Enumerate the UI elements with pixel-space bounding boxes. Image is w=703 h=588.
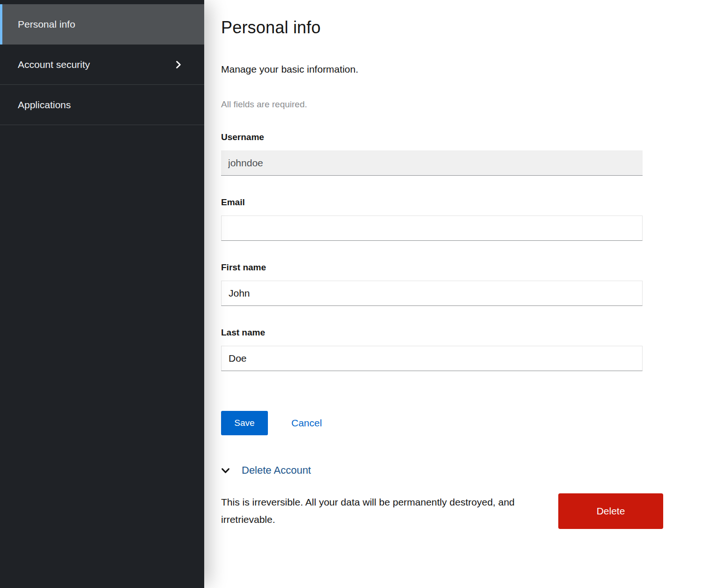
main-content: Personal info Manage your basic informat… <box>204 0 703 588</box>
personal-info-form: Username Email First name Last name Save… <box>221 132 643 435</box>
account-page: Personal info Account security Applicati… <box>0 0 703 588</box>
chevron-right-icon <box>174 60 183 69</box>
required-note: All fields are required. <box>221 99 703 110</box>
username-form-group: Username <box>221 132 643 176</box>
delete-account-toggle-label: Delete Account <box>242 464 311 476</box>
sidebar-item-label: Personal info <box>18 19 75 30</box>
page-title: Personal info <box>221 18 703 37</box>
delete-button[interactable]: Delete <box>558 493 663 529</box>
email-form-group: Email <box>221 197 643 241</box>
last-name-form-group: Last name <box>221 327 643 371</box>
username-field <box>221 150 643 176</box>
save-button[interactable]: Save <box>221 411 268 435</box>
sidebar-item-label: Applications <box>18 99 71 111</box>
first-name-field[interactable] <box>221 281 643 306</box>
delete-warning-text: This is irreversible. All your data will… <box>221 493 540 528</box>
sidebar-item-label: Account security <box>18 59 90 70</box>
first-name-form-group: First name <box>221 262 643 306</box>
username-label: Username <box>221 132 643 142</box>
email-field[interactable] <box>221 216 643 241</box>
delete-account-toggle[interactable]: Delete Account <box>221 464 311 476</box>
delete-account-section: This is irreversible. All your data will… <box>221 493 663 529</box>
page-subtitle: Manage your basic information. <box>221 64 703 75</box>
sidebar-item-applications[interactable]: Applications <box>0 85 204 125</box>
sidebar: Personal info Account security Applicati… <box>0 0 204 588</box>
sidebar-item-personal-info[interactable]: Personal info <box>0 4 204 45</box>
last-name-field[interactable] <box>221 346 643 371</box>
first-name-label: First name <box>221 262 643 273</box>
email-label: Email <box>221 197 643 208</box>
last-name-label: Last name <box>221 327 643 338</box>
form-actions: Save Cancel <box>221 411 643 435</box>
cancel-link[interactable]: Cancel <box>291 417 322 429</box>
chevron-down-icon <box>221 466 230 475</box>
sidebar-item-account-security[interactable]: Account security <box>0 45 204 85</box>
